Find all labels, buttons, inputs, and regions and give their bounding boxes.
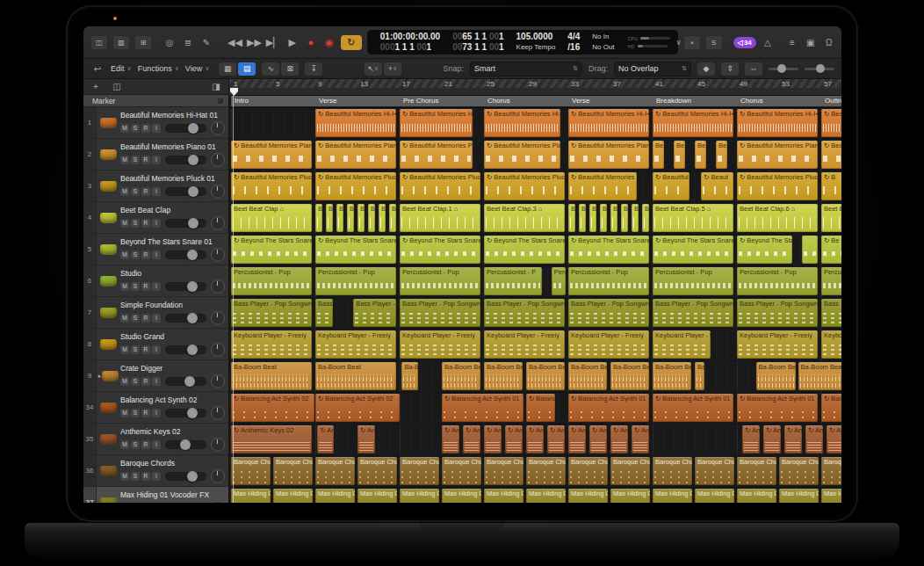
mute-button[interactable]: M [120, 440, 129, 449]
solo-button[interactable]: S [131, 187, 140, 196]
region[interactable]: Baroque Chords [357, 457, 397, 485]
region[interactable]: Keyboa [821, 330, 841, 359]
region[interactable]: ↻ Anthe [784, 425, 802, 454]
region[interactable]: Ba-Boom Beat [484, 362, 523, 390]
region[interactable]: Baroque Chords [442, 457, 481, 485]
region[interactable]: ↻ Anthe [568, 425, 586, 454]
region[interactable]: B [642, 204, 649, 232]
pan-knob[interactable] [211, 343, 225, 357]
stop-button[interactable]: ▶▏ [266, 35, 281, 49]
region[interactable]: Keyboard Player - Freely [484, 330, 565, 359]
input-monitor-button[interactable]: I [152, 250, 161, 259]
grid-view-icon[interactable]: ▦ [219, 62, 236, 76]
region[interactable]: Baroque Chords [526, 457, 566, 485]
track-header[interactable]: 9▸Crate DiggerMSRI [83, 360, 228, 392]
functions-menu[interactable]: Functions∨ [138, 64, 179, 73]
region[interactable]: B [347, 204, 354, 232]
region[interactable]: ↻ Anthe [827, 425, 841, 454]
view-menu[interactable]: View∨ [185, 64, 209, 73]
region[interactable]: Max Hiding 01 V [442, 489, 481, 503]
region[interactable]: Bass Player - Pop Songwriter [737, 299, 818, 327]
lcd-position[interactable]: 0065 1 1 001 0073 1 1 001 [446, 32, 509, 53]
volume-slider[interactable] [165, 409, 206, 417]
mute-button[interactable]: M [120, 282, 129, 291]
add-track-button[interactable]: + [89, 80, 103, 94]
secondary-tool-menu[interactable]: +∨ [384, 62, 401, 76]
solo-button[interactable]: S [131, 472, 140, 481]
input-monitor-button[interactable]: I [152, 219, 161, 228]
track-name[interactable]: Baroque Chords [120, 459, 225, 468]
region[interactable]: Baroque Chords [779, 457, 819, 485]
track-name[interactable]: Crate Digger [120, 364, 225, 373]
track-name[interactable]: Max Hiding 01 Vocoder FX [120, 490, 225, 499]
region[interactable]: Be [653, 141, 664, 169]
rewind-button[interactable]: ◀◀ [227, 35, 242, 49]
region[interactable]: ↻ Anthe [526, 425, 544, 454]
pan-knob[interactable] [211, 311, 225, 325]
track-header-options-icon[interactable]: ◨ [209, 80, 223, 94]
input-monitor-button[interactable]: I [152, 314, 161, 323]
region[interactable]: Ba-Boo [401, 362, 418, 390]
track-lane[interactable]: ↻ Anthemic Keys 02↻ Anthe↻ Anthe↻ Anthe↻… [229, 424, 841, 456]
inspector-toggle-icon[interactable]: ▥ [112, 35, 130, 50]
track-header[interactable]: 34Balancing Act Synth 02MSRI [83, 392, 228, 424]
pan-knob[interactable] [211, 279, 225, 294]
capture-record-icon[interactable]: ◉ [322, 35, 336, 49]
region[interactable]: ↻ Beautiful Memories Piano 02.2 [568, 141, 649, 169]
region[interactable]: B [315, 204, 322, 232]
region[interactable]: ↻ Anthe [463, 425, 480, 454]
region[interactable]: Bass Player - Pop Songwriter [484, 299, 565, 327]
volume-slider[interactable] [165, 472, 206, 481]
region[interactable]: Ba-Boom Beat [231, 362, 312, 390]
vertical-zoom-slider[interactable] [769, 68, 798, 70]
region[interactable]: ↻ Balancing [526, 394, 555, 422]
region[interactable]: Beet B [821, 204, 841, 232]
region[interactable]: B [357, 204, 365, 232]
mute-button[interactable]: M [120, 156, 129, 164]
region[interactable]: Percussionist - Pop [315, 267, 396, 295]
region[interactable]: ↻ Beautiful Memories Hi-Hat 03.1 [315, 109, 396, 137]
solo-button[interactable]: S [131, 156, 140, 164]
track-name[interactable]: Simple Foundation [120, 301, 225, 309]
track-name[interactable]: Beautiful Memories Piano 01 [120, 142, 225, 151]
edit-menu[interactable]: Edit∨ [111, 64, 132, 73]
track-lane[interactable]: Max Hiding 01 VMax Hiding 01 VMax Hiding… [229, 488, 841, 503]
arrangement-marker[interactable]: Intro [231, 96, 319, 106]
region[interactable]: Keyboard Player - Freely [315, 330, 396, 359]
volume-slider[interactable] [165, 282, 206, 291]
snap-dropdown[interactable]: Smart⇅ [470, 62, 582, 76]
region[interactable]: ↻ Beauti [821, 141, 841, 169]
mute-button[interactable]: M [120, 345, 129, 354]
region[interactable]: B [632, 204, 639, 232]
track-header[interactable]: 37Max Hiding 01 Vocoder FXMSRI [83, 487, 228, 503]
arrangement-marker[interactable]: Outtro [821, 96, 841, 106]
record-enable-button[interactable]: R [141, 156, 150, 164]
input-monitor-button[interactable]: I [152, 345, 161, 354]
region[interactable]: Bass Player - Pop Songwriter [231, 299, 312, 327]
lcd-signature[interactable]: 4/4 /16 [561, 32, 586, 53]
input-monitor-button[interactable]: I [152, 282, 161, 291]
region[interactable]: ↻ Be [821, 236, 841, 264]
region[interactable]: Max Hiding 01 V [273, 489, 313, 503]
region[interactable]: Percussionist - Pop [568, 267, 649, 295]
track-header[interactable]: 6StudioMSRI [83, 265, 228, 297]
region[interactable]: ↻ Beautiful Memories Hi-Hat 02 [400, 109, 473, 137]
region[interactable]: Baroque Chords [400, 457, 439, 485]
region[interactable]: Max Hiding 01 V [695, 489, 734, 503]
region[interactable]: Be [695, 141, 706, 169]
record-enable-button[interactable]: R [141, 472, 150, 481]
region[interactable]: ↻ Anthe [763, 425, 781, 454]
region[interactable]: Ba-Boom Beat [653, 362, 691, 390]
apple-loops-icon[interactable]: Ω [822, 35, 836, 49]
mute-button[interactable]: M [120, 314, 129, 323]
solo-button[interactable]: S [131, 409, 140, 417]
track-lane[interactable]: Keyboard Player - FreelyKeyboard Player … [229, 330, 841, 361]
forward-button[interactable]: ▶▶ [247, 35, 262, 49]
mute-button[interactable]: M [120, 187, 129, 196]
track-name[interactable]: Studio [120, 269, 225, 278]
volume-slider[interactable] [165, 250, 206, 259]
region[interactable]: B [326, 204, 333, 232]
back-icon[interactable]: ↩ [90, 62, 105, 76]
region[interactable]: Baroque Chords [484, 457, 523, 485]
region[interactable]: Keyboard Player - Freely [400, 330, 480, 359]
